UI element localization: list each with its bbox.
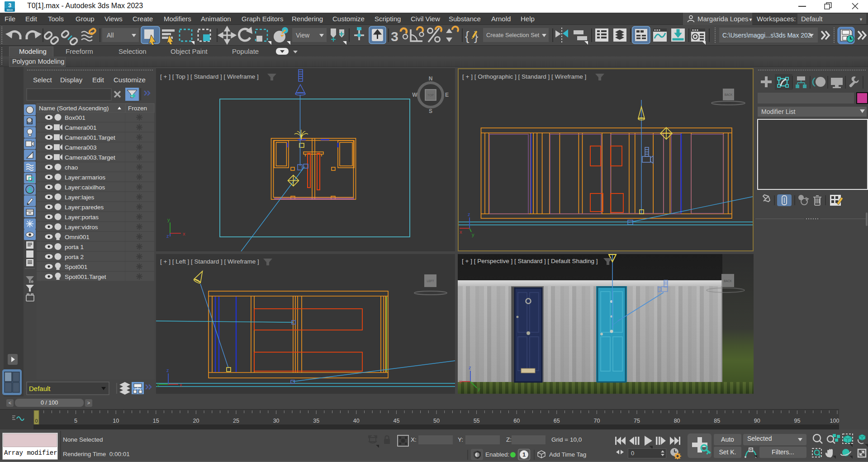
svg-text:Camera003.Target: Camera003.Target [65, 154, 115, 161]
svg-text:Edit: Edit [92, 76, 104, 84]
svg-text:x: x [459, 379, 462, 384]
svg-text:x: x [460, 229, 462, 235]
svg-text:N: N [429, 75, 433, 82]
svg-text:50: 50 [433, 418, 440, 424]
svg-text:Frozen: Frozen [128, 105, 147, 112]
svg-text:Camera001.Target: Camera001.Target [65, 134, 115, 141]
svg-text:Camera003: Camera003 [65, 144, 97, 151]
svg-text:15: 15 [153, 418, 159, 424]
svg-text:[ + ] [ Perspective ] [ Standa: [ + ] [ Perspective ] [ Standard ] [ Def… [462, 258, 598, 264]
svg-text:5: 5 [74, 418, 77, 424]
svg-text:[ + ] [ Left ] [ Standard ] [: [ + ] [ Left ] [ Standard ] [ Wireframe … [160, 258, 259, 265]
svg-text:45: 45 [393, 418, 399, 424]
svg-text:40: 40 [353, 418, 360, 424]
svg-text:y: y [472, 232, 474, 237]
svg-text:W: W [412, 92, 417, 98]
svg-text:[ + ] [ Orthographic ] [ Stand: [ + ] [ Orthographic ] [ Standard ] [ Wi… [462, 73, 586, 80]
svg-text:MAX: MAX [7, 9, 13, 11]
svg-text:Customize: Customize [114, 76, 146, 84]
svg-text:Camera001: Camera001 [65, 124, 97, 131]
svg-text:z: z [469, 365, 471, 370]
svg-text:View: View [296, 32, 310, 39]
svg-text:65: 65 [554, 418, 560, 424]
svg-text:70: 70 [593, 418, 600, 424]
svg-text:30: 30 [273, 418, 280, 424]
svg-text:[ + ] [ Top ] [ Standard ] [ W: [ + ] [ Top ] [ Standard ] [ Wireframe ] [160, 73, 259, 80]
svg-text:Layer:lajes: Layer:lajes [65, 194, 95, 201]
svg-text:20: 20 [193, 418, 199, 424]
svg-text:x: x [183, 231, 185, 236]
svg-text:Layer:caixilhos: Layer:caixilhos [65, 184, 105, 191]
svg-text:35: 35 [313, 418, 319, 424]
svg-text:All: All [107, 32, 114, 39]
svg-text:Box001: Box001 [65, 114, 85, 121]
svg-text:chao: chao [65, 164, 78, 171]
svg-text:Select: Select [33, 76, 52, 84]
svg-text:C:\Users\maggi...s\3ds Max 202: C:\Users\maggi...s\3ds Max 202: [722, 32, 813, 39]
svg-text:Modifier List: Modifier List [761, 108, 796, 115]
svg-text:S: S [429, 108, 432, 114]
svg-text:y: y [478, 386, 480, 391]
svg-text:Name (Sorted Ascending): Name (Sorted Ascending) [39, 105, 109, 112]
svg-text:porta 2: porta 2 [65, 254, 84, 260]
svg-text:Layer:paredes: Layer:paredes [65, 204, 104, 211]
svg-text:Layer:portas: Layer:portas [65, 214, 99, 221]
svg-text:25: 25 [233, 418, 239, 424]
svg-text:60: 60 [513, 418, 520, 424]
svg-text:Create Selection Set: Create Selection Set [486, 32, 540, 38]
svg-text:z: z [468, 212, 470, 217]
svg-text:10: 10 [113, 418, 119, 424]
svg-text:80: 80 [674, 418, 680, 424]
svg-text:z: z [166, 368, 169, 373]
svg-text:100: 100 [830, 418, 839, 424]
svg-text:Display: Display [60, 76, 83, 84]
svg-text:BACK: BACK [725, 93, 733, 96]
svg-text:Spot001: Spot001 [65, 264, 87, 270]
svg-text:porta 1: porta 1 [65, 244, 84, 250]
svg-text:55: 55 [474, 418, 480, 424]
svg-text:Omni001: Omni001 [65, 234, 90, 240]
svg-text:LEFT: LEFT [427, 279, 434, 283]
svg-text:y: y [157, 382, 160, 387]
svg-text:x: x [180, 382, 182, 387]
svg-text:BACK: BACK [724, 279, 732, 283]
svg-text:TOP: TOP [427, 94, 434, 97]
svg-text:E: E [445, 92, 449, 98]
svg-text:75: 75 [634, 418, 640, 424]
svg-text:Layer:vidros: Layer:vidros [65, 224, 98, 231]
svg-text:90: 90 [754, 418, 760, 424]
svg-text:Layer:armarios: Layer:armarios [65, 174, 105, 181]
svg-text:0: 0 [35, 418, 38, 424]
svg-text:3: 3 [391, 29, 398, 44]
svg-text:3: 3 [8, 2, 11, 9]
svg-text:85: 85 [714, 418, 720, 424]
svg-text:95: 95 [794, 418, 800, 424]
svg-text:z: z [166, 233, 169, 239]
svg-text:Default: Default [29, 385, 51, 392]
svg-text:{: { [465, 29, 469, 43]
svg-text:Spot001.Target: Spot001.Target [65, 273, 106, 280]
svg-text:y: y [167, 217, 170, 222]
